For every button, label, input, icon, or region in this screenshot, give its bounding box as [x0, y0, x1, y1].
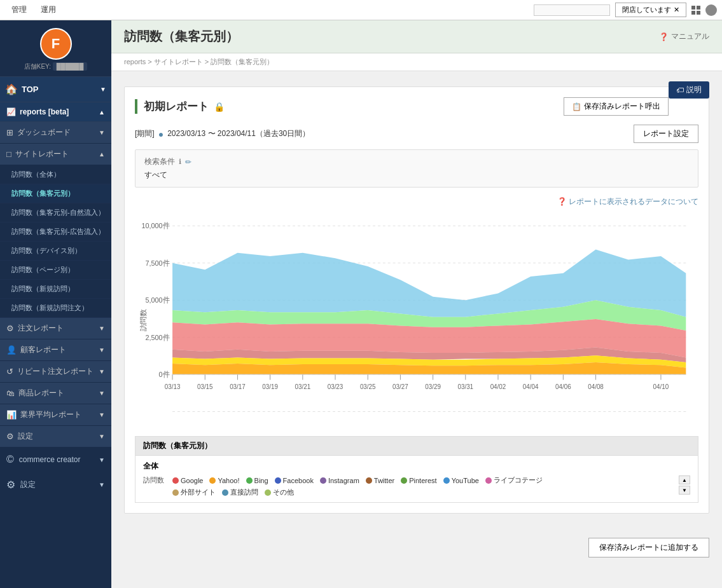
- sidebar-section-dashboard[interactable]: ⊞ ダッシュボード ▼: [0, 122, 111, 144]
- saved-report-button[interactable]: 📋 保存済みレポート呼出: [564, 97, 669, 116]
- sidebar-item-visits-device[interactable]: 訪問数（デバイス別）: [0, 242, 111, 261]
- sidebar-reports-header[interactable]: 📈 reports [beta] ▲: [0, 102, 111, 122]
- dashboard-icon: ⊞: [6, 128, 13, 137]
- reports-arrow-icon: ▲: [99, 109, 105, 116]
- svg-text:04/08: 04/08: [588, 383, 604, 390]
- legend-items-container: Google Yahoo! Bing: [172, 475, 674, 497]
- legend-header: 訪問数（集客元別）: [135, 437, 698, 456]
- nav-admin[interactable]: 管理: [5, 2, 33, 18]
- sidebar-item-visits-new-order[interactable]: 訪問数（新規訪問注文）: [0, 299, 111, 318]
- sidebar-section-customer-report[interactable]: 👤 顧客レポート ▼: [0, 339, 111, 361]
- svg-text:5,000件: 5,000件: [146, 296, 170, 304]
- legend-label-other: その他: [273, 488, 294, 497]
- product-report-label: 商品レポート: [18, 388, 64, 399]
- info-icon: ℹ: [179, 158, 181, 166]
- layout: F 店舗KEY: ██████ 🏠 TOP ▼ 📈 reports [beta]…: [0, 20, 722, 588]
- legend-item-facebook: Facebook: [275, 477, 314, 484]
- report-settings-button[interactable]: レポート設定: [634, 125, 698, 143]
- settings-section-label: 設定: [18, 431, 33, 442]
- report-title-text: 初期レポート: [144, 99, 209, 114]
- svg-text:03/15: 03/15: [197, 383, 213, 390]
- legend-label-yahoo: Yahoo!: [218, 477, 239, 484]
- manual-link[interactable]: ❓ マニュアル: [659, 31, 709, 42]
- copy-icon: 📋: [572, 102, 581, 111]
- industry-report-arrow-icon: ▼: [99, 411, 105, 418]
- svg-text:03/29: 03/29: [425, 383, 441, 390]
- legend-title: 訪問数（集客元別）: [143, 441, 212, 450]
- period-row: [期間] ● 2023/03/13 〜 2023/04/11（過去30日間） レ…: [135, 125, 698, 143]
- sidebar-section-sitereport[interactable]: □ サイトレポート ▲: [0, 144, 111, 165]
- legend-label-pinterest: Pinterest: [409, 477, 436, 484]
- sidebar-item-visits-ad[interactable]: 訪問数（集客元別-広告流入）: [0, 222, 111, 242]
- explain-badge[interactable]: 🏷 説明: [669, 81, 709, 99]
- report-title-row: 初期レポート 🔒 📋 保存済みレポート呼出: [135, 97, 669, 116]
- edit-icon[interactable]: ✏: [185, 158, 191, 167]
- sidebar-item-visits-source[interactable]: 訪問数（集客元別）: [0, 184, 111, 203]
- legend-scroll-down[interactable]: ▼: [679, 486, 690, 495]
- svg-text:03/31: 03/31: [457, 383, 473, 390]
- settings-bottom-arrow-icon: ▼: [99, 481, 105, 488]
- breadcrumb: reports > サイトレポート > 訪問数（集客元別）: [111, 53, 722, 71]
- svg-text:04/10: 04/10: [653, 383, 669, 390]
- store-status-icon: ✕: [674, 6, 679, 14]
- sidebar-section-repeat-report[interactable]: ↺ リピート注文レポート ▼: [0, 361, 111, 383]
- legend-label-direct: 直接訪問: [230, 488, 258, 497]
- search-input[interactable]: [534, 4, 610, 16]
- sidebar: F 店舗KEY: ██████ 🏠 TOP ▼ 📈 reports [beta]…: [0, 20, 111, 588]
- search-conditions-value: すべて: [144, 170, 689, 181]
- svg-text:04/06: 04/06: [555, 383, 571, 390]
- legend-label-external: 外部サイト: [181, 488, 216, 497]
- svg-text:0件: 0件: [159, 371, 170, 378]
- legend-label-instagram: Instagram: [328, 477, 359, 484]
- store-status-button[interactable]: 閉店しています ✕: [615, 3, 686, 17]
- industry-report-icon: 📊: [6, 410, 17, 420]
- sidebar-logo: F 店舗KEY: ██████: [0, 20, 111, 77]
- repeat-report-arrow-icon: ▼: [99, 368, 105, 375]
- top-nav: 管理 運用: [5, 2, 62, 18]
- svg-text:03/25: 03/25: [360, 383, 376, 390]
- product-report-arrow-icon: ▼: [99, 390, 105, 397]
- order-report-arrow-icon: ▼: [99, 325, 105, 332]
- legend-label-facebook: Facebook: [283, 477, 314, 484]
- sidebar-section-settings[interactable]: ⚙ 設定 ▼: [0, 426, 111, 448]
- sidebar-item-visits-all[interactable]: 訪問数（全体）: [0, 165, 111, 184]
- legend-scroll-up[interactable]: ▲: [679, 475, 690, 484]
- user-icon[interactable]: [705, 4, 717, 16]
- page-title: 訪問数（集客元別）: [124, 28, 239, 45]
- explain-label: 説明: [686, 85, 702, 95]
- report-card: 初期レポート 🔒 📋 保存済みレポート呼出 [期間] ● 2023/03/13 …: [124, 86, 709, 514]
- grid-view-icon[interactable]: [691, 6, 700, 15]
- customer-report-icon: 👤: [6, 345, 17, 355]
- chart-info-link[interactable]: ❓ レポートに表示されるデータについて: [135, 196, 698, 207]
- sidebar-top-button[interactable]: 🏠 TOP ▼: [0, 77, 111, 102]
- manual-label: マニュアル: [671, 31, 709, 42]
- svg-text:03/27: 03/27: [392, 383, 408, 390]
- chart-container: 10,000件 7,500件 5,000件 2,500件 0件 訪問数: [135, 212, 698, 428]
- dashboard-label: ダッシュボード: [17, 127, 71, 138]
- sidebar-item-visits-natural[interactable]: 訪問数（集客元別-自然流入）: [0, 203, 111, 222]
- svg-text:03/17: 03/17: [230, 383, 246, 390]
- sidebar-section-order-report[interactable]: ⚙ 注文レポート ▼: [0, 318, 111, 339]
- logo-icon: F: [40, 28, 72, 60]
- sidebar-commerce-creator[interactable]: © commerce creator ▼: [0, 448, 111, 472]
- lock-icon: 🔒: [214, 102, 225, 112]
- sidebar-settings-bottom[interactable]: ⚙ 設定 ▼: [0, 472, 111, 498]
- nav-operation[interactable]: 運用: [34, 2, 62, 18]
- sitereport-label: サイトレポート: [15, 149, 69, 160]
- search-conditions: 検索条件 ℹ ✏ すべて: [135, 149, 698, 188]
- sidebar-section-industry-report[interactable]: 📊 業界平均レポート ▼: [0, 404, 111, 426]
- svg-text:03/23: 03/23: [328, 383, 344, 390]
- legend-scroll-controls: ▲ ▼: [679, 475, 690, 495]
- sidebar-section-product-report[interactable]: 🛍 商品レポート ▼: [0, 383, 111, 404]
- order-report-icon: ⚙: [6, 324, 14, 333]
- reports-icon: 📈: [6, 107, 16, 116]
- legend-total: 全体: [143, 461, 690, 472]
- sidebar-item-visits-new[interactable]: 訪問数（新規訪問）: [0, 280, 111, 299]
- save-to-report-button[interactable]: 保存済みレポートに追加する: [588, 538, 709, 557]
- svg-text:訪問数: 訪問数: [139, 310, 147, 331]
- sidebar-item-visits-page[interactable]: 訪問数（ページ別）: [0, 261, 111, 280]
- customer-report-label: 顧客レポート: [20, 345, 66, 355]
- repeat-report-icon: ↺: [6, 367, 13, 376]
- legend-items-row2: 外部サイト 直接訪問 その他: [172, 488, 674, 497]
- legend-item-twitter: Twitter: [366, 477, 394, 484]
